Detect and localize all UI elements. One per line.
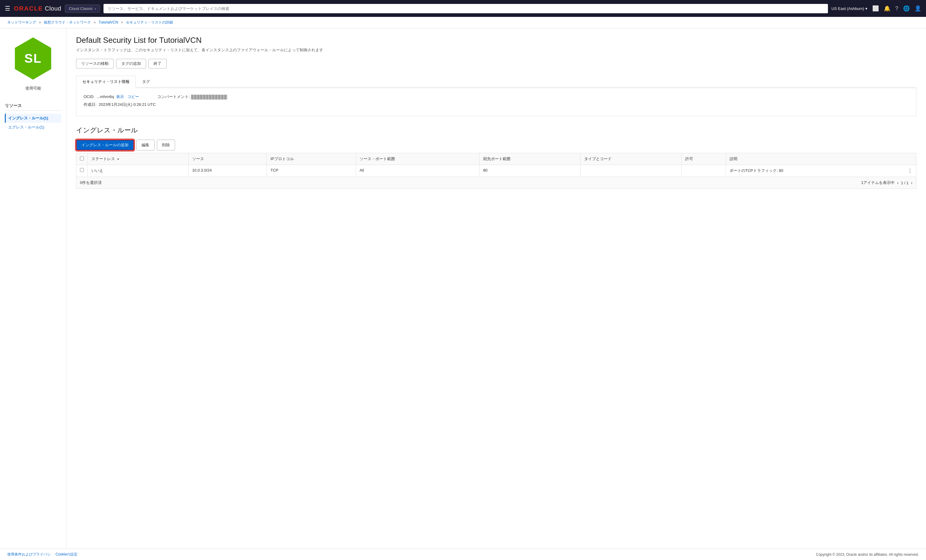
table-footer: 0件を選択済 1アイテムを表示中 ‹ 1 / 1 › [76,177,916,189]
ingress-rules-table: ステートレス ▾ ソース IPプロトコル ソース・ポート範囲 宛先ポート範囲 タ… [76,153,916,177]
created-label: 作成日: 2023年1月24日(火) 0:26:21 UTC [83,102,156,107]
cookie-link[interactable]: Cookieの設定 [56,552,77,557]
oracle-text: ORACLE [14,5,43,12]
col-stateless-header[interactable]: ステートレス ▾ [88,153,189,165]
col-allow-header: 許可 [681,153,726,165]
cell-ip-protocol: TCP [267,165,356,177]
tab-security-list-info[interactable]: セキュリティ・リスト情報 [76,76,136,88]
nav-right: US East (Ashburn) ▾ ⬜ 🔔 ? 🌐 👤 [832,5,921,12]
table-toolbar: イングレス・ルールの追加 編集 削除 [76,140,916,151]
pagination: 1アイテムを表示中 ‹ 1 / 1 › [861,180,912,186]
ingress-rules-title: イングレス・ルール [76,126,916,135]
row-action-menu-icon[interactable]: ⋮ [908,168,912,174]
tab-tags[interactable]: タグ [136,76,156,88]
ocid-show-link[interactable]: 表示 [116,94,124,99]
created-item: 作成日: 2023年1月24日(火) 0:26:21 UTC [83,102,156,107]
right-content: Default Security List for TutorialVCN イン… [67,28,926,548]
row-checkbox[interactable] [80,168,84,172]
cell-type-code [581,165,682,177]
main-layout: SL 使用可能 リソース イングレス・ルール(1) エグレス・ルール(1) De… [0,28,926,548]
info-panel: OCID: ...mfvm6q 表示 コピー コンパートメント: [76,88,916,116]
globe-icon[interactable]: 🌐 [903,5,910,12]
compartment-item: コンパートメント: [157,94,227,100]
info-row-1: OCID: ...mfvm6q 表示 コピー コンパートメント: [83,94,909,100]
selected-count: 0件を選択済 [80,180,102,186]
next-page-button[interactable]: › [911,180,912,185]
bottom-links: 使用条件およびプライバシ Cookieの設定 [7,552,77,557]
cell-source-port: All [356,165,480,177]
cell-description: ポートのTCPトラフィック: 80 ⋮ [726,165,916,177]
terms-link[interactable]: 使用条件およびプライバシ [7,552,51,557]
breadcrumb-networking[interactable]: ネットワーキング [7,20,36,24]
info-row-2: 作成日: 2023年1月24日(火) 0:26:21 UTC [83,102,909,107]
cell-dest-port: 80 [480,165,581,177]
terminate-button[interactable]: 終了 [148,59,166,68]
egress-rules-link[interactable]: エグレス・ルール(1) [5,123,61,132]
col-type-code-header: タイプとコード [581,153,682,165]
item-count: 1アイテムを表示中 [861,180,895,186]
compartment-image [191,95,227,100]
col-source-header: ソース [188,153,267,165]
status-label: 使用可能 [25,86,41,91]
cell-stateless: いいえ [88,165,189,177]
left-panel: SL 使用可能 リソース イングレス・ルール(1) エグレス・ルール(1) [0,28,67,548]
compartment-label: コンパートメント: [157,94,227,100]
table-row: いいえ 10.0.3.0/24 TCP All 80 ポートのTCPトラフィック… [76,165,916,177]
breadcrumb-security-list-detail[interactable]: セキュリティ・リストの詳細 [126,20,173,24]
action-buttons: リソースの移動 タグの追加 終了 [76,59,916,68]
top-navigation: ☰ ORACLE Cloud Cloud Classic › US East (… [0,0,926,17]
prev-page-button[interactable]: ‹ [897,180,899,185]
breadcrumb-vcn[interactable]: 仮想クラウド・ネットワーク [44,20,91,24]
ocid-label: OCID: ...mfvm6q 表示 コピー [83,94,139,100]
breadcrumb: ネットワーキング » 仮想クラウド・ネットワーク » TutorialVCN »… [0,17,926,28]
page-subtitle: インスタンス・トラフィックは、このセキュリティ・リストに加えて、各インスタンス上… [76,47,916,53]
move-resource-button[interactable]: リソースの移動 [76,59,114,68]
hexagon-container: SL [12,38,54,80]
col-checkbox-header [76,153,88,165]
resources-title: リソース [5,103,61,111]
hexagon-label: SL [24,51,42,66]
edit-button[interactable]: 編集 [136,140,154,151]
col-ip-protocol-header: IPプロトコル [267,153,356,165]
sl-hexagon: SL [12,38,54,80]
ocid-copy-link[interactable]: コピー [127,94,139,99]
cell-allow [681,165,726,177]
user-icon[interactable]: 👤 [914,5,921,12]
cloud-classic-button[interactable]: Cloud Classic › [65,5,100,13]
resources-section: リソース イングレス・ルール(1) エグレス・ルール(1) [5,103,61,132]
page-info: 1 / 1 [901,181,908,185]
copyright-text: Copyright © 2023, Oracle and/or its affi… [816,552,919,557]
col-description-header: 説明 [726,153,916,165]
col-source-port-header: ソース・ポート範囲 [356,153,480,165]
cloud-text: Cloud [45,5,61,12]
region-selector[interactable]: US East (Ashburn) ▾ [832,6,867,11]
search-input[interactable] [103,4,828,13]
cell-source: 10.0.3.0/24 [188,165,267,177]
select-all-checkbox[interactable] [80,157,84,160]
breadcrumb-tutorial-vcn[interactable]: TutorialVCN [99,20,118,24]
row-checkbox-cell [76,165,88,177]
page-title: Default Security List for TutorialVCN [76,36,916,45]
bell-icon[interactable]: 🔔 [884,5,890,12]
add-ingress-rule-button[interactable]: イングレス・ルールの追加 [76,140,134,151]
delete-button[interactable]: 削除 [157,140,175,151]
tabs: セキュリティ・リスト情報 タグ [76,76,916,88]
help-icon[interactable]: ? [895,5,898,12]
col-dest-port-header: 宛先ポート範囲 [480,153,581,165]
oracle-logo: ORACLE Cloud [14,5,61,12]
ingress-rules-link[interactable]: イングレス・ルール(1) [5,114,61,123]
monitor-icon[interactable]: ⬜ [872,5,879,12]
ocid-item: OCID: ...mfvm6q 表示 コピー [83,94,139,100]
hamburger-menu-icon[interactable]: ☰ [5,5,10,12]
add-tag-button[interactable]: タグの追加 [116,59,146,68]
bottom-bar: 使用条件およびプライバシ Cookieの設定 Copyright © 2023,… [0,548,926,560]
